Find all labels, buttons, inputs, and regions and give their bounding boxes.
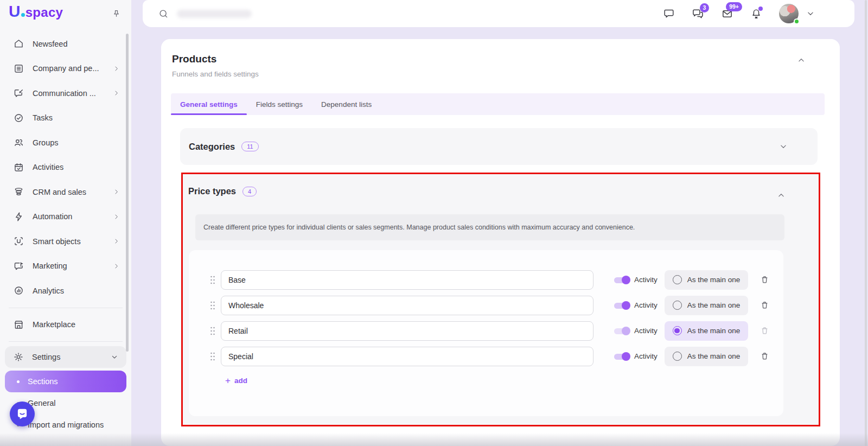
sidebar-scrollbar[interactable] — [126, 34, 129, 352]
sidebar-nav: Newsfeed Company and pe... Communication… — [0, 27, 131, 436]
as-main-radio-group[interactable]: As the main one — [665, 296, 749, 315]
mail-button[interactable]: 99+ — [721, 8, 733, 20]
collapse-chevron-up-icon[interactable] — [776, 190, 786, 200]
section-categories[interactable]: Categories 11 — [180, 128, 818, 165]
sidebar-divider — [9, 341, 123, 342]
chevron-down-icon[interactable] — [806, 9, 815, 18]
sidebar-header: Uspacy — [0, 0, 131, 27]
price-types-header[interactable]: Price types 4 — [188, 186, 257, 196]
radio-icon[interactable] — [673, 301, 682, 310]
collapse-card-chevron-up-icon[interactable] — [796, 55, 806, 65]
drag-handle-icon[interactable] — [209, 326, 216, 336]
price-type-name-input[interactable] — [221, 321, 593, 341]
drag-handle-icon[interactable] — [209, 301, 216, 310]
sidebar-item-marketing[interactable]: Marketing — [0, 254, 131, 279]
tab-label: Dependent lists — [321, 100, 372, 109]
sidebar-item-smart-objects[interactable]: Smart objects — [0, 229, 131, 254]
tab-general-settings[interactable]: General settings — [171, 93, 247, 115]
sidebar-subitem-label: Import and migrations — [28, 420, 104, 429]
sidebar-item-label: Activities — [33, 163, 63, 171]
tab-label: Fields settings — [256, 100, 303, 109]
price-type-name-input[interactable] — [221, 296, 593, 315]
sidebar-item-label: Marketplace — [33, 320, 75, 329]
search-input[interactable] — [177, 10, 252, 18]
activity-label: Activity — [634, 327, 658, 335]
sidebar-item-company-and-people[interactable]: Company and pe... — [0, 56, 131, 81]
comments-button[interactable]: 3 — [692, 8, 704, 20]
company-icon — [13, 63, 24, 74]
as-main-radio-group[interactable]: As the main one — [665, 321, 749, 341]
plus-icon: + — [225, 376, 231, 385]
activity-toggle[interactable] — [613, 352, 630, 361]
uspacy-logo[interactable]: Uspacy — [9, 3, 63, 24]
page-scrollbar[interactable] — [865, 0, 867, 446]
chevron-right-icon — [112, 213, 120, 221]
price-types-description: Create different price types for individ… — [203, 224, 635, 231]
add-button-label: add — [234, 377, 247, 385]
activity-toggle[interactable] — [613, 327, 630, 335]
chevron-right-icon — [112, 262, 120, 270]
as-main-radio-group[interactable]: As the main one — [665, 270, 749, 290]
drag-handle-icon[interactable] — [209, 352, 216, 361]
price-type-name-input[interactable] — [221, 347, 593, 366]
drag-handle-icon[interactable] — [209, 275, 216, 285]
section-price-types: Price types 4 Create different price typ… — [183, 174, 819, 425]
price-type-name-input[interactable] — [221, 270, 593, 290]
price-types-description-box: Create different price types for individ… — [195, 214, 784, 240]
sidebar-item-settings[interactable]: Settings — [5, 346, 126, 368]
sidebar-item-communication[interactable]: Communication ... — [0, 81, 131, 106]
smart-objects-icon — [13, 235, 24, 247]
search-icon[interactable] — [158, 8, 169, 20]
sidebar-item-groups[interactable]: Groups — [0, 130, 131, 155]
delete-trash-icon-disabled — [760, 326, 770, 336]
chevron-right-icon — [112, 65, 120, 73]
comments-count-badge: 3 — [700, 3, 709, 12]
delete-trash-icon[interactable] — [760, 275, 770, 285]
chat-button[interactable] — [663, 8, 675, 20]
tab-fields-settings[interactable]: Fields settings — [247, 93, 312, 115]
sidebar-item-crm-and-sales[interactable]: CRM and sales — [0, 180, 131, 205]
section-title: Price types — [188, 186, 236, 196]
gear-icon — [13, 352, 24, 362]
sidebar-item-tasks[interactable]: Tasks — [0, 106, 131, 131]
tab-bar: General settings Fields settings Depende… — [171, 93, 825, 115]
activity-label: Activity — [634, 352, 658, 360]
sidebar-subitem-sections-active[interactable]: Sections — [5, 371, 126, 392]
sidebar-item-label: CRM and sales — [33, 188, 86, 196]
tab-dependent-lists[interactable]: Dependent lists — [312, 93, 381, 115]
avatar[interactable] — [779, 4, 799, 23]
sidebar-subitem-label: Sections — [28, 377, 58, 386]
intercom-chat-launcher[interactable] — [10, 402, 35, 426]
delete-trash-icon[interactable] — [760, 351, 770, 361]
as-main-label: As the main one — [687, 352, 741, 360]
topbar: 3 99+ — [143, 0, 854, 27]
sidebar-item-automation[interactable]: Automation — [0, 205, 131, 230]
activity-toggle[interactable] — [613, 301, 630, 310]
sidebar-item-activities[interactable]: Activities — [0, 155, 131, 180]
sidebar-item-marketplace[interactable]: Marketplace — [0, 313, 131, 337]
notifications-button[interactable] — [750, 8, 762, 20]
online-status-dot — [794, 18, 800, 24]
as-main-radio-group[interactable]: As the main one — [665, 347, 749, 366]
sidebar-item-newsfeed[interactable]: Newsfeed — [0, 31, 131, 56]
radio-icon[interactable] — [673, 352, 682, 361]
radio-icon[interactable] — [673, 275, 682, 284]
sidebar-item-label: Settings — [32, 353, 60, 361]
groups-icon — [13, 137, 24, 148]
activity-toggle[interactable] — [613, 276, 630, 284]
delete-trash-icon[interactable] — [760, 300, 770, 310]
as-main-label: As the main one — [687, 327, 741, 335]
marketplace-icon — [13, 319, 24, 330]
intercom-chat-icon — [15, 407, 29, 421]
marketing-icon — [13, 260, 24, 272]
sidebar-item-analytics[interactable]: Analytics — [0, 278, 131, 303]
add-price-type-button[interactable]: + add — [225, 376, 247, 385]
logo-dot — [21, 13, 25, 17]
home-icon — [13, 38, 24, 49]
sidebar-item-label: Newsfeed — [33, 40, 67, 48]
global-search[interactable] — [158, 0, 252, 27]
radio-selected-icon[interactable] — [673, 326, 682, 335]
topbar-actions: 3 99+ — [663, 0, 815, 27]
expand-chevron-down-icon[interactable] — [778, 142, 788, 151]
pin-sidebar-icon[interactable] — [111, 9, 122, 19]
